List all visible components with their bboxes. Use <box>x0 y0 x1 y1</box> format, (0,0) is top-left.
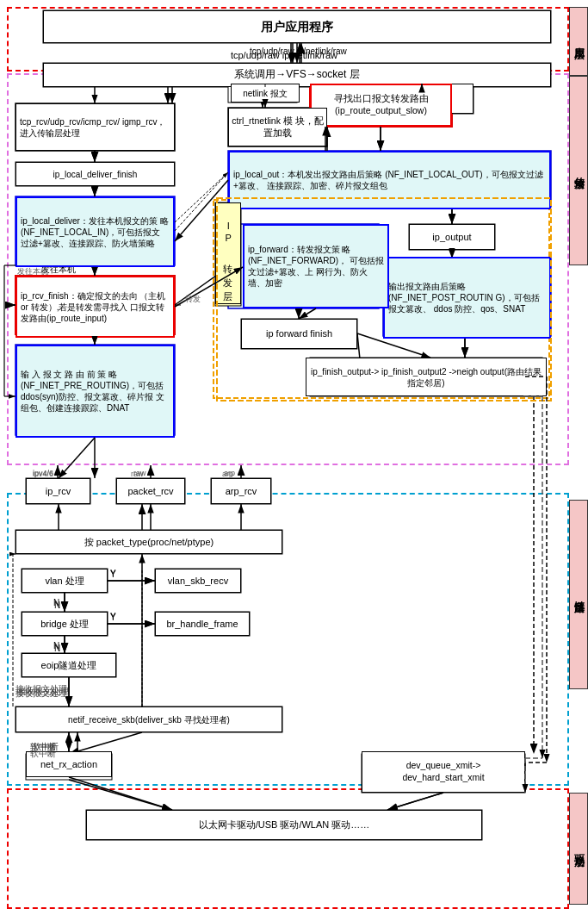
ip-finish-output-box: ip_finish_output-> ip_finish_output2 ->n… <box>306 358 547 396</box>
diagram-wrapper: 应用层 传输层 链路层 驱动层 tcp/udp/raw ip/netlink/r… <box>0 0 588 14</box>
app-layer-band: 应用层 <box>569 7 588 76</box>
packet-type-box: 按 packet_type(proc/net/ptype) <box>15 530 282 554</box>
dev-queue-xmit-box: dev_queue_xmit-> dev_hard_start_xmit <box>362 751 525 793</box>
ip-forward-layer-label: IP 转 发 层 <box>215 202 241 304</box>
netlink-label: netlink 报文 <box>231 84 300 103</box>
network-layer-band: 链路层 <box>569 500 588 689</box>
vlan-skb-recv-box: vlan_skb_recv <box>155 569 241 593</box>
br-handle-frame-box: br_handle_frame <box>155 612 250 636</box>
tcp-rcv-box: tcp_rcv/udp_rcv/icmp_rcv/ igmp_rcv，进入传输层… <box>15 103 175 151</box>
arp-label: arp <box>224 469 235 477</box>
driver-layer-bg <box>7 788 569 909</box>
transport-layer-band: 传输层 <box>569 76 588 265</box>
ip-output-box: ip_output <box>409 224 495 250</box>
receive-msg-label: 接收报文处理 <box>15 683 67 695</box>
user-app-box: 用户应用程序 <box>43 10 551 43</box>
find-route-box: 寻找出口报文转发路由 (ip_route_output_slow) <box>310 84 452 127</box>
eoip-tunnel-box: eoip隧道处理 <box>22 653 116 677</box>
ipv46-label: ipv4/6 <box>33 469 53 477</box>
raw-label: raw <box>133 469 146 477</box>
ip-forward-finish-box: ip forward finish <box>241 319 357 349</box>
driver-layer-band: 驱动层 <box>569 793 588 905</box>
post-routing-box: 输出报文路由后策略 (NF_INET_POST_ROUTIN G)，可包括报文篡… <box>383 257 551 339</box>
ip-local-deliver-box: ip_local_deliver：发往本机报文的策 略(NF_INET_LOCA… <box>15 196 175 267</box>
ethernet-driver-box: 以太网卡驱动/USB 驱动/WLAN 驱动…… <box>86 810 482 840</box>
ip-rcv-box: ip_rcv <box>26 478 90 504</box>
tcp-udp-label: tcp/udp/raw ip/netlink/raw <box>250 47 347 56</box>
ip-local-out-box: ip_local_out：本机发出报文路由后策略 (NF_INET_LOCAL_… <box>228 151 551 209</box>
ip-rcv-finish-box: ip_rcv_finish：确定报文的去向 （主机 or 转发）,若是转发需寻找… <box>15 276 175 338</box>
soft-interrupt-label: 软中断 <box>30 748 56 760</box>
pre-routing-box: 输 入 报 文 路 由 前 策 略 (NF_INET_PRE_ROUTING)，… <box>15 345 175 438</box>
arp-rcv-box: arp_rcv <box>211 478 271 504</box>
netif-receive-skb-box: netif_receive_skb(deliver_skb 寻找处理者) <box>15 706 282 732</box>
vlan-process-box: vlan 处理 <box>22 569 108 593</box>
ctrl-rtnetlink-box: ctrl_rtnetlink 模 块，配置加载 <box>228 108 327 146</box>
ip-local-deliver-finish-box: ip_local_deliver_finish <box>15 162 175 186</box>
bridge-process-box: bridge 处理 <box>22 612 108 636</box>
packet-rcv-box: packet_rcv <box>116 478 185 504</box>
ip-forward-box: ip_forward：转发报文策 略(NF_INET_FORWARD)， 可包括… <box>243 224 389 308</box>
